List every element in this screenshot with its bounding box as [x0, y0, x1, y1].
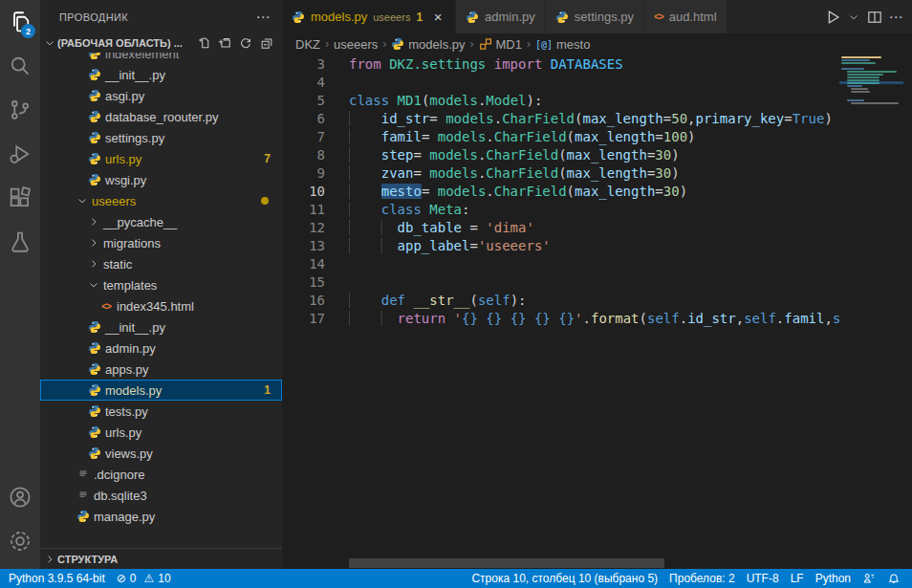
- status-cursor-position[interactable]: Строка 10, столбец 10 (выбрано 5): [466, 569, 663, 588]
- tree-item-urls.py[interactable]: urls.py7: [40, 148, 282, 169]
- status-python-interpreter[interactable]: Python 3.9.5 64-bit: [0, 569, 111, 588]
- tree-item-admin.py[interactable]: admin.py: [40, 338, 282, 359]
- code-line-14: 14: [282, 255, 839, 273]
- status-notifications[interactable]: [881, 569, 906, 588]
- file-tree: indexelement__init__.pyasgi.pydatabase_r…: [40, 53, 282, 548]
- tree-item-label: index345.html: [117, 299, 194, 314]
- tree-item-label: static: [103, 257, 132, 272]
- status-encoding[interactable]: UTF-8: [741, 569, 785, 588]
- tree-item-views.py[interactable]: views.py: [40, 443, 282, 464]
- tree-item-indexelement[interactable]: indexelement: [40, 53, 282, 64]
- collapse-all-icon: [260, 36, 273, 50]
- code-line-5: 5class MD1(models.Model):: [282, 92, 839, 110]
- tree-item-label: views.py: [105, 446, 153, 461]
- tree-item-templates[interactable]: templates: [40, 274, 282, 295]
- split-editor-button[interactable]: [866, 8, 883, 27]
- refresh-button[interactable]: [236, 33, 255, 53]
- more-actions-button[interactable]: ⋯: [887, 8, 904, 27]
- code-editor[interactable]: 3from DKZ.settings import DATABASES45cla…: [282, 54, 912, 569]
- tree-item-__pycache__[interactable]: __pycache__: [40, 211, 282, 232]
- activity-item-testing[interactable]: [0, 220, 40, 264]
- outline-section-header[interactable]: СТРУКТУРА: [40, 548, 282, 569]
- tree-item-__init__.py[interactable]: __init__.py: [40, 64, 282, 85]
- tree-item-__init__.py[interactable]: __init__.py: [40, 316, 282, 338]
- tree-item-tests.py[interactable]: tests.py: [40, 401, 282, 422]
- tree-item-urls.py[interactable]: urls.py: [40, 422, 282, 443]
- tab-settings-py[interactable]: settings.py: [546, 0, 644, 33]
- new-file-button[interactable]: [194, 33, 213, 53]
- status-feedback[interactable]: [857, 569, 881, 588]
- python-icon: [88, 320, 101, 334]
- chevron-right-icon: [88, 216, 99, 228]
- tree-item-database_roouter.py[interactable]: database_roouter.py: [40, 106, 282, 127]
- status-indentation[interactable]: Пробелов: 2: [663, 569, 741, 588]
- tree-item-db.sqlite3[interactable]: db.sqlite3: [40, 485, 282, 506]
- views-more-actions-button[interactable]: ⋯: [253, 8, 272, 27]
- code-line-12: 12 db_table = 'dima': [282, 219, 839, 237]
- breadcrumb-label: useeers: [334, 37, 378, 52]
- python-icon: [466, 11, 479, 24]
- tree-item-settings.py[interactable]: settings.py: [40, 127, 282, 148]
- line-number: 13: [282, 237, 325, 255]
- tree-item-apps.py[interactable]: apps.py: [40, 359, 282, 380]
- collapse-all-button[interactable]: [257, 33, 276, 53]
- code-line-13: 13 app_label='useeers': [282, 237, 839, 255]
- activity-item-search[interactable]: [0, 44, 40, 88]
- breadcrumb-item-models.py[interactable]: models.py: [391, 37, 465, 52]
- breadcrumb-item-MD1[interactable]: MD1: [479, 37, 522, 52]
- chevron-right-icon: [44, 554, 55, 565]
- breadcrumb-item-mesto[interactable]: [@]mesto: [535, 37, 590, 52]
- tab-admin-py[interactable]: admin.py: [456, 0, 546, 33]
- tab-description: useeers: [373, 11, 410, 23]
- breadcrumb-item-DKZ[interactable]: DKZ: [295, 37, 320, 52]
- error-count: 0: [130, 572, 137, 585]
- activity-item-explorer[interactable]: 2: [0, 0, 40, 44]
- line-number: 4: [282, 74, 325, 92]
- tree-item-manage.py[interactable]: manage.py: [40, 506, 282, 527]
- line-number: 7: [282, 128, 325, 146]
- new-folder-button[interactable]: [215, 33, 234, 53]
- horizontal-scrollbar[interactable]: [349, 558, 664, 568]
- line-number: 17: [282, 310, 325, 328]
- tree-item-useeers[interactable]: useeers: [40, 190, 282, 211]
- file-icon: [76, 489, 90, 502]
- status-problems[interactable]: ⊘0⚠10: [111, 569, 177, 588]
- breadcrumb: DKZ›useeers›models.py›MD1›[@]mesto: [282, 33, 912, 54]
- run-button[interactable]: [824, 8, 841, 27]
- tab-models-py[interactable]: models.pyuseeers1×: [282, 0, 456, 33]
- tree-item-static[interactable]: static: [40, 253, 282, 274]
- tree-item-index345.html[interactable]: <>index345.html: [40, 295, 282, 316]
- run-dropdown[interactable]: [845, 8, 862, 27]
- status-language-mode[interactable]: Python: [810, 569, 857, 588]
- python-icon: [88, 152, 101, 165]
- tab-aud-html[interactable]: <>aud.html: [644, 0, 727, 33]
- activity-item-source-control[interactable]: [0, 88, 40, 132]
- chevron-down-icon: [848, 11, 859, 23]
- more-icon: ⋯: [889, 10, 903, 24]
- tree-item-label: .dcignore: [94, 468, 144, 482]
- activity-item-settings[interactable]: [0, 519, 40, 563]
- vertical-scrollbar[interactable]: [903, 54, 912, 569]
- search-icon: [9, 54, 32, 77]
- breadcrumb-item-useeers[interactable]: useeers: [334, 37, 378, 52]
- python-icon: [555, 11, 569, 24]
- python-icon: [88, 446, 101, 460]
- tree-item-wsgi.py[interactable]: wsgi.py: [40, 169, 282, 190]
- workspace-section-header[interactable]: (РАБОЧАЯ ОБЛАСТЬ) ...: [40, 33, 282, 53]
- tree-item-asgi.py[interactable]: asgi.py: [40, 85, 282, 106]
- tree-item-label: manage.py: [94, 510, 155, 524]
- tree-item-models.py[interactable]: models.py1: [40, 380, 282, 401]
- tree-item-label: templates: [103, 278, 157, 293]
- tree-item-migrations[interactable]: migrations: [40, 232, 282, 253]
- warning-icon: ⚠: [143, 572, 154, 585]
- tree-item-.dcignore[interactable]: .dcignore: [40, 464, 282, 485]
- minimap[interactable]: [839, 54, 903, 569]
- close-icon[interactable]: ×: [430, 10, 445, 24]
- activity-bar: 2: [0, 0, 40, 569]
- activity-item-extensions[interactable]: [0, 176, 40, 220]
- activity-item-run-debug[interactable]: [0, 132, 40, 176]
- python-icon: [88, 404, 101, 418]
- status-eol[interactable]: LF: [785, 569, 810, 588]
- activity-item-account[interactable]: [0, 475, 40, 519]
- code-line-10: 10 mesto= models.CharField(max_length=30…: [282, 183, 839, 201]
